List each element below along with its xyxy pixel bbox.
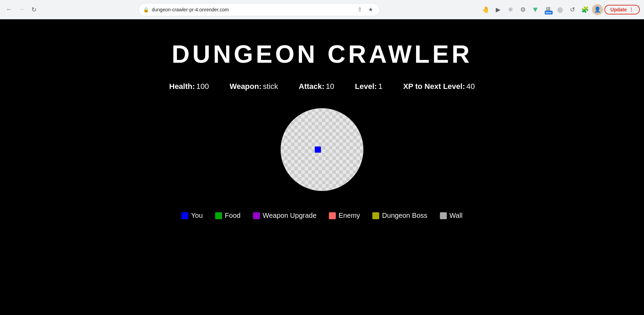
cast-icon[interactable]: ▶ [493,4,504,15]
attack-value: 10 [326,82,334,91]
game-title: DUNGEON CRAWLER [172,40,472,68]
legend-item-weapon-upgrade: Weapon Upgrade [253,212,316,220]
forward-button[interactable]: → [17,5,26,14]
weapon-label: Weapon: [230,82,261,91]
screen-capture-icon[interactable]: 🖥 New [542,4,553,15]
game-map [281,108,363,191]
legend-color-wall [440,212,447,219]
browser-toolbar-right: 🤚 ▶ ⚛ ⚙ ▼ 🖥 New ◎ ↺ 🧩 👤 Update ⋮ [480,4,640,15]
bookmark-icon[interactable]: ★ [366,5,375,14]
attack-label: Attack: [299,82,325,91]
level-value: 1 [378,82,382,91]
health-value: 100 [196,82,209,91]
camera-icon[interactable]: ◎ [555,4,566,15]
url-input[interactable] [152,7,352,12]
legend-color-you [181,212,188,219]
level-label: Level: [355,82,377,91]
legend-label-weapon-upgrade: Weapon Upgrade [263,212,316,220]
weapon-stat: Weapon: stick [230,82,278,91]
share-icon[interactable]: ⇧ [355,5,364,14]
legend-color-dungeon-boss [372,212,379,219]
legend-item-you: You [181,212,203,220]
stop-icon[interactable]: 🤚 [480,4,491,15]
health-label: Health: [169,82,195,91]
legend-label-wall: Wall [450,212,463,220]
new-badge: New [545,11,552,14]
game-container: DUNGEON CRAWLER Health: 100 Weapon: stic… [0,19,644,315]
address-bar-container: 🔒 ⇧ ★ [41,3,477,16]
legend-label-you: You [191,212,203,220]
legend-item-enemy: Enemy [329,212,360,220]
menu-dots: ⋮ [629,7,634,12]
player-dot [315,146,321,153]
extensions-icon[interactable]: 🧩 [580,4,591,15]
update-label: Update [611,7,627,12]
legend-color-food [215,212,222,219]
back-button[interactable]: ← [4,5,14,14]
reload-button[interactable]: ↻ [29,5,39,14]
lock-icon: 🔒 [143,7,149,12]
legend: You Food Weapon Upgrade Enemy Dungeon Bo… [181,212,462,220]
reload-icon[interactable]: ↺ [567,4,578,15]
legend-color-weapon-upgrade [253,212,260,219]
xp-value: 40 [466,82,475,91]
legend-item-wall: Wall [440,212,463,220]
map-background [281,108,363,191]
health-stat: Health: 100 [169,82,209,91]
user-avatar[interactable]: 👤 [592,4,603,15]
update-button[interactable]: Update ⋮ [604,5,640,14]
xp-label: XP to Next Level: [403,82,465,91]
stats-bar: Health: 100 Weapon: stick Attack: 10 Lev… [169,82,475,91]
react-devtools-icon[interactable]: ⚛ [505,4,516,15]
settings-icon[interactable]: ⚙ [517,4,529,15]
legend-color-enemy [329,212,336,219]
address-bar-actions: ⇧ ★ [355,5,375,14]
legend-label-dungeon-boss: Dungeon Boss [382,212,427,220]
xp-stat: XP to Next Level: 40 [403,82,475,91]
attack-stat: Attack: 10 [299,82,334,91]
legend-item-food: Food [215,212,241,220]
address-bar[interactable]: 🔒 ⇧ ★ [139,3,380,16]
level-stat: Level: 1 [355,82,383,91]
legend-item-dungeon-boss: Dungeon Boss [372,212,427,220]
legend-label-food: Food [225,212,241,220]
legend-label-enemy: Enemy [339,212,360,220]
weapon-value: stick [263,82,278,91]
vue-icon[interactable]: ▼ [530,4,541,15]
browser-chrome: ← → ↻ 🔒 ⇧ ★ 🤚 ▶ ⚛ ⚙ ▼ 🖥 New ◎ ↺ 🧩 👤 Upda… [0,0,644,19]
